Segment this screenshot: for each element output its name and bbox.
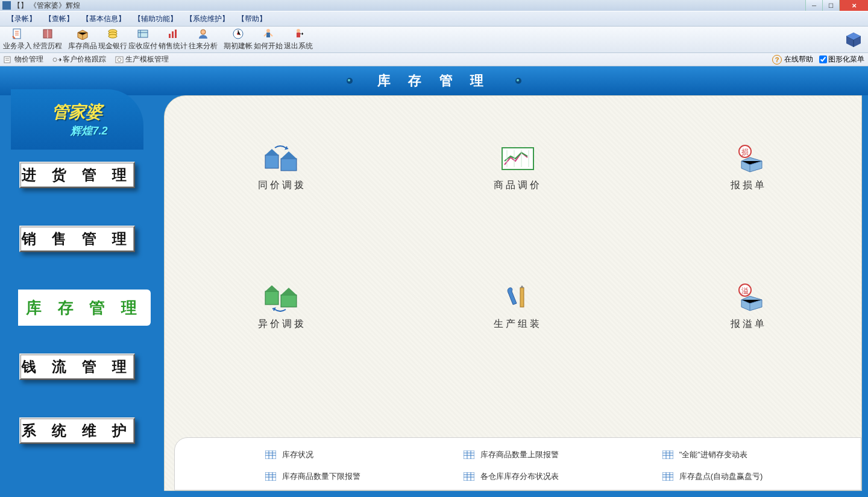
toolbar-history[interactable]: 经营历程 — [33, 27, 63, 52]
grid-production-assembly[interactable]: 生产组装 — [494, 283, 542, 331]
chart-icon — [167, 28, 179, 40]
svg-point-14 — [297, 29, 300, 33]
grid-label: 报损单 — [731, 179, 767, 192]
grid-row-2: 异价调拨 生产组装 溢 报溢单 — [165, 283, 861, 331]
menubar: 【录帐】 【查帐】 【基本信息】 【辅助功能】 【系统维护】 【帮助】 — [0, 11, 868, 27]
svg-rect-15 — [297, 33, 300, 37]
toolbar-exit[interactable]: 退出系统 — [283, 27, 313, 52]
toolbar-business-entry[interactable]: 业务录入 — [2, 27, 33, 52]
svg-marker-32 — [265, 285, 278, 291]
menu-help[interactable]: 【帮助】 — [235, 13, 269, 25]
ledger-icon — [137, 28, 149, 40]
svg-text:溢: 溢 — [741, 286, 749, 295]
svg-rect-8 — [175, 30, 177, 38]
app-icon — [2, 1, 11, 10]
svg-rect-13 — [266, 33, 270, 37]
brand-cube-icon — [843, 29, 864, 51]
toolbar-initial-accounts[interactable]: 期初建帐 — [223, 27, 253, 52]
page-title: 库 存 管 理 — [377, 72, 491, 90]
grid-label: 同价调拨 — [258, 179, 306, 192]
graphic-menu-label: 图形化菜单 — [828, 54, 864, 65]
logo-sub: 辉煌7.2 — [71, 124, 107, 138]
svg-rect-43 — [662, 472, 673, 481]
nav-sales-mgmt[interactable]: 销 售 管 理 — [19, 226, 135, 252]
grid-row-1: 同价调拨 商品调价 损 报损单 — [165, 144, 861, 192]
header-bullet-left-icon — [346, 77, 353, 84]
grid-label: 生产组装 — [494, 318, 542, 331]
grid-loss-form[interactable]: 损 报损单 — [729, 144, 768, 192]
svg-rect-6 — [169, 34, 171, 38]
warehouse-swap-icon — [263, 144, 301, 173]
toolbar-cash-bank[interactable]: 现金银行 — [98, 27, 128, 52]
svg-rect-39 — [464, 451, 474, 459]
toolbar-business-analysis[interactable]: 往来分析 — [188, 27, 218, 52]
svg-point-23 — [517, 79, 519, 81]
nav-system-maint[interactable]: 系 统 维 护 — [19, 417, 135, 444]
toolbar2-customer-price-track[interactable]: 客户价格跟踪 — [52, 54, 106, 65]
overflow-box-icon: 溢 — [729, 283, 768, 312]
warehouse-swap2-icon — [263, 283, 301, 312]
svg-rect-5 — [138, 30, 148, 37]
nav-inventory-mgmt[interactable]: 库 存 管 理 — [18, 290, 151, 326]
book-icon — [42, 28, 54, 40]
track-icon — [52, 55, 61, 64]
svg-rect-42 — [464, 472, 474, 481]
minimize-button[interactable]: ─ — [805, 0, 822, 11]
svg-rect-16 — [4, 57, 10, 63]
nav-purchase-mgmt[interactable]: 进 货 管 理 — [19, 162, 135, 188]
bottom-links-panel: 库存状况 库存商品数量上限报警 "全能"进销存变动表 库存商品数量下限报警 各仓… — [174, 437, 861, 490]
svg-rect-31 — [265, 291, 278, 305]
link-inventory-status[interactable]: 库存状况 — [265, 449, 439, 460]
grid-report-icon — [464, 451, 474, 459]
menu-aux[interactable]: 【辅助功能】 — [131, 13, 180, 25]
person-icon — [262, 28, 274, 40]
loss-box-icon: 损 — [729, 144, 768, 173]
toolbar-receivable[interactable]: 应收应付 — [128, 27, 158, 52]
svg-rect-33 — [281, 295, 297, 307]
svg-rect-40 — [662, 451, 673, 459]
toolbar2-production-template[interactable]: 生产模板管理 — [115, 54, 169, 65]
content-panel: 同价调拨 商品调价 损 报损单 异价调拨 生产组装 溢 报溢单 — [164, 95, 862, 491]
close-button[interactable]: ✕ — [839, 0, 868, 11]
svg-point-12 — [266, 29, 270, 33]
menu-query[interactable]: 【查帐】 — [42, 13, 76, 25]
link-inventory-audit[interactable]: 库存盘点(自动盘赢盘亏) — [662, 471, 837, 482]
grid-product-reprice[interactable]: 商品调价 — [494, 144, 542, 192]
grid-report-icon — [265, 451, 276, 459]
window-title: 【】 《管家婆》辉煌 — [13, 1, 80, 11]
menu-record[interactable]: 【录帐】 — [5, 13, 39, 25]
svg-rect-26 — [281, 159, 297, 171]
maximize-button[interactable]: ☐ — [822, 0, 839, 11]
help-icon[interactable]: ? — [772, 55, 782, 65]
toolbar-inventory[interactable]: 库存商品 — [68, 27, 98, 52]
link-full-change-report[interactable]: "全能"进销存变动表 — [662, 449, 837, 460]
graphic-menu-checkbox[interactable] — [819, 55, 827, 63]
grid-diff-price-transfer[interactable]: 异价调拨 — [258, 283, 306, 331]
toolbar2-right: ? 在线帮助 图形化菜单 — [772, 54, 864, 65]
link-upper-limit-alarm[interactable]: 库存商品数量上限报警 — [464, 449, 638, 460]
doc-icon — [11, 28, 24, 40]
toolbar-sales-stats[interactable]: 销售统计 — [158, 27, 188, 52]
svg-point-17 — [53, 58, 57, 62]
tag-icon — [4, 55, 13, 64]
svg-rect-35 — [520, 288, 524, 307]
svg-marker-34 — [281, 288, 297, 295]
svg-marker-25 — [265, 149, 278, 155]
svg-rect-7 — [172, 31, 174, 38]
grid-label: 报溢单 — [731, 318, 767, 331]
online-help-link[interactable]: 在线帮助 — [784, 54, 813, 65]
menu-basic-info[interactable]: 【基本信息】 — [80, 13, 128, 25]
nav-cash-flow-mgmt[interactable]: 钱 流 管 理 — [19, 353, 135, 380]
svg-point-4 — [108, 34, 117, 38]
toolbar2-price-mgmt[interactable]: 物价管理 — [4, 54, 43, 65]
toolbar-how-to-start[interactable]: 如何开始 — [253, 27, 283, 52]
menu-system[interactable]: 【系统维护】 — [183, 13, 231, 25]
grid-same-price-transfer[interactable]: 同价调拨 — [258, 144, 306, 192]
grid-overflow-form[interactable]: 溢 报溢单 — [729, 283, 768, 331]
link-lower-limit-alarm[interactable]: 库存商品数量下限报警 — [265, 471, 439, 482]
link-warehouse-distribution[interactable]: 各仓库库存分布状况表 — [464, 471, 638, 482]
main-area: 库 存 管 理 管家婆 辉煌7.2 进 货 管 理 销 售 管 理 库 存 管 … — [0, 66, 868, 497]
sidebar: 管家婆 辉煌7.2 进 货 管 理 销 售 管 理 库 存 管 理 钱 流 管 … — [0, 66, 152, 497]
grid-label: 异价调拨 — [258, 318, 306, 331]
grid-label: 商品调价 — [494, 179, 542, 192]
